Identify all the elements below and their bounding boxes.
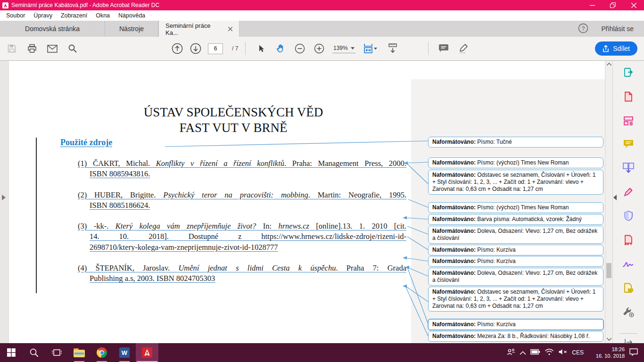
reference-line: ISBN 8085186624. <box>90 200 406 211</box>
tools-pane <box>612 61 644 343</box>
comment-tool-icon[interactable] <box>622 139 635 149</box>
share-button[interactable]: Sdílet <box>595 41 637 56</box>
reference-line: Publishing a.s, 2003. ISBN 8024705303 <box>90 273 406 284</box>
reference-line: (1) ČAKRT, Michal. Konflikty v řízení a … <box>78 158 406 169</box>
taskbar-file-explorer-icon[interactable] <box>68 343 91 362</box>
acrobat-app-icon <box>2 2 8 8</box>
scrollbar-thumb[interactable] <box>606 263 611 278</box>
create-pdf-icon[interactable] <box>622 91 635 102</box>
window-title: Seminární práce Kabátová.pdf - Adobe Acr… <box>11 2 159 8</box>
fit-width-icon[interactable] <box>363 41 380 56</box>
search-icon[interactable] <box>66 41 79 56</box>
adobe-sign-icon[interactable] <box>622 258 635 270</box>
highlighter-icon[interactable] <box>457 41 470 56</box>
system-tray: CES 18:26 16. 10. 2018 <box>506 343 644 362</box>
reference-line: (2) HUBER, Brigitte. Psychický teror na … <box>78 190 406 200</box>
zoom-level-select[interactable]: 139% <box>332 44 355 53</box>
minimize-button[interactable] <box>582 0 603 10</box>
fill-and-sign-icon[interactable] <box>622 186 635 197</box>
redact-icon[interactable] <box>622 234 635 246</box>
page-scrolling-icon[interactable] <box>387 41 399 56</box>
taskbar: W CES 18:26 <box>0 343 644 362</box>
tab-document[interactable]: Seminární práce Ka... <box>158 21 239 37</box>
reference-line: 14. 10. 2018]. Dostupné z https://www.hr… <box>90 231 406 242</box>
hand-tool-icon[interactable] <box>274 41 287 56</box>
clock[interactable]: 18:26 16. 10. 2018 <box>588 346 625 359</box>
annotation-box[interactable]: Naformátováno: Písmo: Kurzíva <box>428 245 603 255</box>
action-center-icon[interactable] <box>629 348 638 358</box>
tools-pane-divider <box>619 333 637 334</box>
wifi-icon[interactable] <box>545 348 554 357</box>
scroll-down-icon[interactable] <box>606 338 612 341</box>
tab-bar: Domovská stránka Nástroje Seminární prác… <box>0 21 644 37</box>
toolbar: 6 / 7 139% <box>0 37 644 61</box>
volume-muted-icon[interactable] <box>558 348 568 357</box>
svg-text:?: ? <box>581 25 585 32</box>
menu-zobrazeni[interactable]: Zobrazení <box>57 12 91 19</box>
zoom-out-icon[interactable] <box>294 41 306 56</box>
protect-icon[interactable] <box>622 210 635 222</box>
annotation-box[interactable]: Naformátováno: Doleva, Odsazení: Vlevo: … <box>428 268 603 286</box>
annotation-box[interactable]: Naformátováno: Písmo: Kurzíva <box>428 256 603 267</box>
taskbar-acrobat-icon[interactable] <box>136 343 158 362</box>
email-icon[interactable] <box>46 41 58 56</box>
start-button[interactable] <box>0 343 23 362</box>
menu-upravy[interactable]: Úpravy <box>29 12 57 19</box>
close-button[interactable] <box>623 0 644 10</box>
export-pdf-icon[interactable] <box>622 67 635 78</box>
scroll-up-icon[interactable] <box>606 63 612 66</box>
reference-line: (4) ŠTEPANÍK, Jaroslav. Umění jednat s l… <box>78 263 406 273</box>
next-page-icon[interactable] <box>190 41 202 56</box>
comment-note-icon[interactable] <box>438 41 450 56</box>
select-tool-icon[interactable] <box>255 41 267 56</box>
document-title: ÚSTAV SPOLEČENSKÝCH VĚD FAST VUT V BRNĚ <box>60 105 406 136</box>
annotation-box[interactable]: Naformátováno: Písmo: (výchozí) Times Ne… <box>428 202 603 213</box>
section-heading: Použité zdroje <box>60 138 112 148</box>
combine-files-icon[interactable] <box>622 162 635 173</box>
reference-line: ISBN 8085943816. <box>90 169 406 179</box>
task-view-icon[interactable] <box>45 343 68 362</box>
annotation-box[interactable]: Naformátováno: Barva písma: Automatická,… <box>428 214 603 225</box>
annotation-box[interactable]: Naformátováno: Odstavec se seznamem, Čís… <box>428 287 603 312</box>
annotation-box[interactable]: Naformátováno: Písmo: (výchozí) Times Ne… <box>428 157 603 168</box>
menu-soubor[interactable]: Soubor <box>2 12 29 19</box>
language-indicator[interactable]: CES <box>572 349 584 356</box>
menu-napoveda[interactable]: Nápověda <box>114 12 149 19</box>
annotation-box[interactable]: Naformátováno: Písmo: Tučné <box>428 137 603 148</box>
tab-tools[interactable]: Nástroje <box>105 21 158 37</box>
reference-line: 2698710/ktery-kolega-vam-zneprijemnuje-z… <box>90 242 406 253</box>
taskbar-search-icon[interactable] <box>23 343 45 362</box>
restore-button[interactable] <box>603 0 623 10</box>
sign-in-link[interactable]: Přihlásit se <box>602 25 634 33</box>
menu-okna[interactable]: Okna <box>91 12 114 19</box>
zoom-in-icon[interactable] <box>313 41 325 56</box>
tab-close-icon[interactable] <box>228 27 232 31</box>
page-total-label: / 7 <box>232 45 238 52</box>
open-navigation-pane-arrow-icon[interactable] <box>1 194 6 203</box>
annotation-box[interactable]: Naformátováno: Mezera Za: 8 b., Řádkován… <box>428 331 603 342</box>
taskbar-chrome-icon[interactable] <box>91 343 113 362</box>
page-number-input[interactable]: 6 <box>208 43 223 54</box>
save-icon[interactable] <box>6 41 18 56</box>
reference-item: (4) ŠTEPANÍK, Jaroslav. Umění jednat s l… <box>78 263 406 284</box>
share-icon <box>603 45 609 52</box>
previous-page-icon[interactable] <box>171 41 183 56</box>
edit-pdf-icon[interactable] <box>622 115 635 126</box>
help-icon[interactable]: ? <box>578 23 588 35</box>
tab-home[interactable]: Domovská stránka <box>0 21 105 37</box>
send-for-comments-icon[interactable] <box>622 282 635 294</box>
annotation-box[interactable]: Naformátováno: Doleva, Odsazení: Vlevo: … <box>428 226 603 244</box>
menu-bar: Soubor Úpravy Zobrazení Okna Nápověda <box>0 10 644 21</box>
reference-item: (1) ČAKRT, Michal. Konflikty v řízení a … <box>78 158 406 180</box>
annotation-box[interactable]: Naformátováno: Písmo: Kurzíva <box>428 319 604 330</box>
people-icon[interactable] <box>506 348 515 358</box>
taskbar-word-icon[interactable]: W <box>113 343 136 362</box>
hidden-icons-chevron-icon[interactable] <box>520 348 526 357</box>
vertical-scrollbar[interactable] <box>605 61 613 343</box>
more-tools-icon[interactable] <box>622 306 635 318</box>
print-icon[interactable] <box>26 41 38 56</box>
collapse-tools-pane-arrow-icon[interactable] <box>613 194 617 203</box>
reference-item: (2) HUBER, Brigitte. Psychický teror na … <box>78 190 406 211</box>
annotation-box[interactable]: Naformátováno: Odstavec se seznamem, Čís… <box>428 170 603 195</box>
battery-icon[interactable] <box>530 348 540 357</box>
